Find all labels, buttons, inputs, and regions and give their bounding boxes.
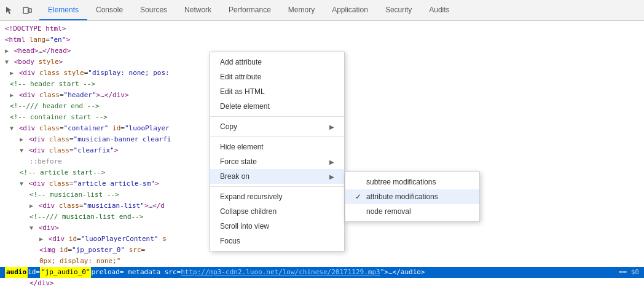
menu-expand-recursively[interactable]: Expand recursively	[210, 189, 344, 204]
separator-1	[210, 116, 344, 117]
node-removal-checkmark	[355, 207, 363, 216]
copy-submenu-arrow: ▶	[329, 124, 334, 130]
subtree-checkmark	[355, 178, 363, 186]
tab-audits[interactable]: Audits	[420, 0, 458, 20]
main-content: <!DOCTYPE html> <html lang="en"> ▶ <head…	[0, 21, 644, 308]
menu-break-on[interactable]: Break on ▶	[210, 169, 344, 184]
code-line-doctype: <!DOCTYPE html>	[0, 23, 644, 34]
tab-elements[interactable]: Elements	[39, 0, 87, 20]
separator-2	[210, 136, 344, 137]
tab-console[interactable]: Console	[87, 0, 132, 20]
device-icon[interactable]	[20, 3, 34, 18]
menu-add-attribute[interactable]: Add attribute	[210, 55, 344, 69]
tab-application[interactable]: Application	[323, 0, 377, 20]
separator-3	[210, 186, 344, 187]
menu-edit-html[interactable]: Edit as HTML	[210, 84, 344, 99]
tab-network[interactable]: Network	[176, 0, 220, 20]
menu-force-state[interactable]: Force state ▶	[210, 154, 344, 169]
submenu-node-removal[interactable]: node removal	[345, 204, 479, 219]
menu-copy[interactable]: Copy ▶	[210, 119, 344, 134]
attribute-checkmark: ✓	[355, 192, 363, 201]
code-line-attr: 0px; display: none;"	[0, 256, 644, 267]
tabs: Elements Console Sources Network Perform…	[39, 0, 458, 20]
menu-scroll-into-view[interactable]: Scroll into view	[210, 219, 344, 234]
cursor-icon[interactable]	[2, 3, 17, 18]
code-line-html: <html lang="en">	[0, 34, 644, 45]
menu-hide-element[interactable]: Hide element	[210, 140, 344, 154]
toolbar: Elements Console Sources Network Perform…	[0, 0, 644, 21]
toolbar-icons	[2, 3, 34, 18]
menu-focus[interactable]: Focus	[210, 234, 344, 248]
menu-edit-attribute[interactable]: Edit attribute	[210, 69, 344, 84]
break-on-arrow: ▶	[329, 173, 334, 180]
tab-performance[interactable]: Performance	[220, 0, 280, 20]
submenu-attribute[interactable]: ✓ attribute modifications	[345, 189, 479, 204]
menu-collapse-children[interactable]: Collapse children	[210, 204, 344, 219]
force-state-arrow: ▶	[329, 159, 334, 165]
break-on-submenu: subtree modifications ✓ attribute modifi…	[345, 172, 480, 222]
menu-delete-element[interactable]: Delete element	[210, 99, 344, 114]
svg-rect-1	[29, 9, 31, 12]
tab-memory[interactable]: Memory	[280, 0, 323, 20]
tab-security[interactable]: Security	[377, 0, 420, 20]
tab-sources[interactable]: Sources	[132, 0, 176, 20]
context-menu: Add attribute Edit attribute Edit as HTM…	[210, 52, 345, 251]
submenu-subtree[interactable]: subtree modifications	[345, 175, 479, 189]
svg-rect-0	[23, 7, 28, 14]
code-line-div-close: </div>	[0, 278, 644, 289]
code-line-audio[interactable]: audio id="jp_audio_0" preload= metadata …	[0, 267, 644, 278]
